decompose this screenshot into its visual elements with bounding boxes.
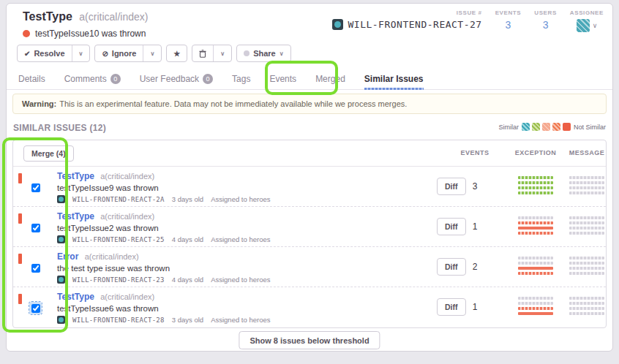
merge-checkbox[interactable] <box>31 304 40 313</box>
issue-message: testTypeIssue6 was thrown <box>57 304 270 313</box>
bar-gray <box>518 257 553 259</box>
issue-name-link[interactable]: Error <box>57 251 78 262</box>
chevron-down-icon: ∨ <box>593 22 598 29</box>
error-level-dot-icon <box>23 30 30 37</box>
share-button-group: Share ∨ <box>236 45 290 62</box>
stat-issue-number: ISSUE # WILL-FRONTEND-REACT-27 <box>332 10 481 30</box>
share-button[interactable]: Share ∨ <box>237 45 290 61</box>
row-checkbox-wrap <box>29 221 42 234</box>
issue-id-wrap[interactable]: WILL-FRONTEND-REACT-27 <box>332 19 481 30</box>
error-level-bar <box>18 254 22 264</box>
users-count[interactable]: 3 <box>543 19 549 31</box>
bar-gray <box>569 312 604 315</box>
row-events-count: 1 <box>460 221 489 232</box>
bar-gray <box>569 216 604 219</box>
swatch-red-solid <box>563 123 571 131</box>
merge-checkbox[interactable] <box>31 183 40 192</box>
app-window: TestType a(critical/index) testTypeIssue… <box>0 0 619 364</box>
message-similarity-bars <box>569 297 604 315</box>
row-title: TestType a(critical/index) <box>57 211 270 221</box>
issue-short-id: WILL-FRONTEND-REACT-2A <box>72 196 165 203</box>
resolve-dropdown-button[interactable]: ∨ <box>72 45 90 61</box>
bar-gray <box>569 307 604 310</box>
tab-merged[interactable]: Merged <box>315 68 345 90</box>
bar-green-dot <box>518 176 553 179</box>
star-icon: ★ <box>173 50 180 58</box>
issue-message: the test type issue was thrown <box>57 264 270 273</box>
legend-not-similar-label: Not Similar <box>574 124 606 131</box>
tab-label: Events <box>269 74 296 84</box>
users-label: USERS <box>534 10 557 16</box>
bar-gray <box>569 227 604 230</box>
issue-name-link[interactable]: TestType <box>57 211 94 221</box>
row-checkbox-wrap <box>29 302 42 314</box>
row-title: TestType a(critical/index) <box>57 292 270 302</box>
bar-orange-dot <box>518 307 553 310</box>
issue-detail-card: TestType a(critical/index) testTypeIssue… <box>6 3 613 352</box>
bar-gray <box>569 186 604 189</box>
resolve-button[interactable]: ✔ Resolve <box>18 45 72 61</box>
issue-name-link[interactable]: TestType <box>57 171 94 181</box>
error-level-bar <box>18 213 22 224</box>
exception-similarity-bars <box>518 297 553 315</box>
page-title: TestType a(critical/index) <box>23 10 148 23</box>
row-events-count: 2 <box>460 262 489 272</box>
bar-orange-dot <box>518 272 553 275</box>
issue-assigned: Assigned to heroes <box>211 276 270 284</box>
error-level-bar <box>18 294 22 304</box>
merge-checkbox[interactable] <box>31 264 40 273</box>
ignore-label: Ignore <box>112 49 137 58</box>
tab-user-feedback[interactable]: User Feedback 0 <box>140 68 213 90</box>
issue-message: testTypeIssue2 was thrown <box>57 224 270 232</box>
row-events-count: 3 <box>460 181 489 192</box>
delete-button-group: ∨ <box>192 45 232 62</box>
tab-comments[interactable]: Comments 0 <box>64 68 121 90</box>
swatch-teal-dot <box>522 123 530 131</box>
ignore-button[interactable]: ⊘ Ignore <box>95 45 143 61</box>
bar-green-dot <box>518 186 553 189</box>
issue-age: 3 days old <box>172 195 203 203</box>
exception-similarity-bars <box>518 216 553 235</box>
feedback-count-badge: 0 <box>203 74 213 84</box>
events-count[interactable]: 3 <box>506 19 511 31</box>
delete-button[interactable] <box>192 45 213 61</box>
tab-similar-issues[interactable]: Similar Issues <box>364 68 424 90</box>
bookmark-button-group: ★ <box>166 45 187 62</box>
warning-text: This is an experimental feature. Data ma… <box>59 99 407 108</box>
bookmark-button[interactable]: ★ <box>167 45 187 61</box>
show-below-threshold-button[interactable]: Show 8 issues below threshold <box>239 331 380 349</box>
stat-assignee: ASSIGNEE ∨ <box>570 10 604 32</box>
bar-gray <box>518 302 553 305</box>
merge-checkbox[interactable] <box>31 224 40 232</box>
active-tab-underline <box>364 88 424 90</box>
delete-dropdown-button[interactable]: ∨ <box>213 45 231 61</box>
stat-events: EVENTS 3 <box>495 10 522 31</box>
issue-title: TestType <box>23 10 72 23</box>
row-events-count: 1 <box>460 302 489 312</box>
chevron-down-icon: ∨ <box>150 50 154 57</box>
row-text: Error a(critical/index) the test type is… <box>57 251 270 284</box>
issue-meta: WILL-FRONTEND-REACT-25 4 days old Assign… <box>57 235 270 243</box>
tab-events[interactable]: Events <box>269 68 296 90</box>
trash-icon <box>199 50 206 58</box>
similar-issue-row: Error a(critical/index) the test type is… <box>13 247 606 287</box>
assignee-selector[interactable]: ∨ <box>577 19 598 32</box>
issue-name-link[interactable]: TestType <box>57 292 94 302</box>
ignore-dropdown-button[interactable]: ∨ <box>143 45 161 61</box>
project-icon <box>57 235 65 243</box>
exception-similarity-bars <box>518 176 553 194</box>
bar-gray <box>569 302 604 305</box>
tab-label: Tags <box>232 74 250 84</box>
similar-issues-panel: Merge (4) EVENTS EXCEPTION MESSAGE TestT… <box>12 140 607 328</box>
issue-culprit: a(critical/index) <box>79 11 148 23</box>
experimental-warning-banner: Warning: This is an experimental feature… <box>12 94 607 114</box>
tab-details[interactable]: Details <box>18 68 45 90</box>
bar-gray <box>569 272 604 275</box>
merge-button[interactable]: Merge (4) <box>23 145 74 162</box>
bar-orange-dot <box>518 221 553 224</box>
tab-tags[interactable]: Tags <box>232 68 250 90</box>
issue-short-id: WILL-FRONTEND-REACT-27 <box>348 19 481 30</box>
row-checkbox-wrap <box>29 262 42 274</box>
legend-similar-label: Similar <box>498 124 519 131</box>
project-icon <box>57 276 65 284</box>
